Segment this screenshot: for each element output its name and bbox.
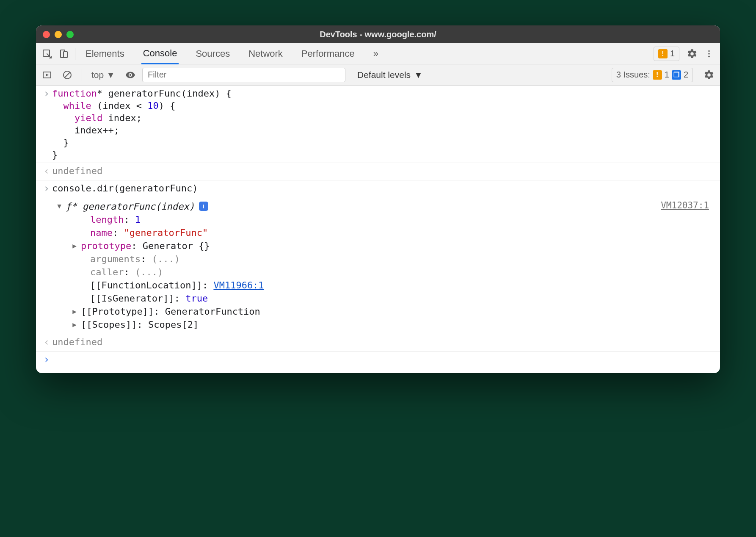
- object-property[interactable]: arguments: (...): [55, 252, 715, 266]
- tab-performance[interactable]: Performance: [300, 43, 356, 64]
- prompt-chevron-icon: [41, 353, 52, 367]
- settings-gear-icon[interactable]: [684, 45, 701, 62]
- chevron-down-icon: ▼: [106, 70, 115, 80]
- device-toolbar-icon[interactable]: [55, 45, 72, 62]
- code-input: function* generatorFunc(index) { while (…: [52, 87, 715, 161]
- live-expression-icon[interactable]: [122, 66, 139, 83]
- kebab-menu-icon[interactable]: [701, 45, 717, 62]
- object-property[interactable]: [[FunctionLocation]]: VM11966:1: [55, 279, 715, 292]
- devtools-window: DevTools - www.google.com/ Elements Cons…: [36, 25, 720, 373]
- console-input-entry[interactable]: console.dir(generatorFunc): [36, 180, 720, 197]
- tab-console[interactable]: Console: [141, 43, 179, 64]
- window-controls: [43, 31, 74, 38]
- issues-info-count: 2: [684, 70, 688, 80]
- code-input: console.dir(generatorFunc): [52, 182, 715, 196]
- object-property[interactable]: [[Prototype]]: GeneratorFunction: [55, 305, 715, 318]
- console-prompt[interactable]: [36, 351, 720, 374]
- object-property[interactable]: prototype: Generator {}: [55, 239, 715, 252]
- panel-tabs: Elements Console Sources Network Perform…: [84, 43, 380, 64]
- function-signature: generatorFunc(index): [83, 201, 195, 212]
- warnings-count: 1: [670, 49, 675, 58]
- return-value: undefined: [52, 165, 715, 178]
- output-chevron-icon: [41, 165, 52, 178]
- disclosure-triangle-icon[interactable]: [55, 202, 63, 210]
- object-header[interactable]: ƒ* generatorFunc(index) i: [55, 200, 208, 213]
- object-property[interactable]: name: "generatorFunc": [55, 226, 715, 239]
- more-tabs-icon[interactable]: »: [372, 43, 380, 64]
- console-dir-result[interactable]: ƒ* generatorFunc(index) i VM12037:1 leng…: [36, 197, 720, 334]
- log-level-label: Default levels: [357, 70, 411, 80]
- return-value: undefined: [52, 336, 715, 349]
- tab-elements[interactable]: Elements: [84, 43, 126, 64]
- divider: [82, 69, 82, 81]
- panel-tabs-row: Elements Console Sources Network Perform…: [36, 43, 720, 64]
- source-link[interactable]: VM12037:1: [661, 200, 715, 212]
- context-label: top: [91, 70, 104, 80]
- input-chevron-icon: [41, 87, 52, 161]
- tab-sources[interactable]: Sources: [194, 43, 232, 64]
- vm-source-link[interactable]: VM11966:1: [213, 280, 264, 291]
- svg-point-4: [708, 53, 710, 55]
- console-settings-gear-icon[interactable]: [701, 66, 717, 83]
- prompt-input[interactable]: [52, 353, 715, 367]
- disclosure-triangle-icon[interactable]: [71, 307, 78, 316]
- zoom-window-button[interactable]: [66, 31, 74, 38]
- svg-point-5: [708, 55, 710, 57]
- warning-icon: !: [653, 70, 662, 80]
- inspect-element-icon[interactable]: [39, 45, 55, 62]
- info-badge-icon[interactable]: i: [199, 202, 208, 211]
- svg-rect-2: [63, 52, 67, 58]
- console-return-entry: undefined: [36, 334, 720, 351]
- minimize-window-button[interactable]: [55, 31, 62, 38]
- console-output: function* generatorFunc(index) { while (…: [36, 86, 720, 373]
- object-property[interactable]: caller: (...): [55, 266, 715, 279]
- object-property[interactable]: length: 1: [55, 213, 715, 226]
- svg-line-8: [65, 72, 70, 78]
- close-window-button[interactable]: [43, 31, 50, 38]
- output-chevron-icon: [41, 336, 52, 349]
- issues-badge[interactable]: 3 Issues: ! 1 ❐ 2: [612, 68, 693, 82]
- tab-network[interactable]: Network: [247, 43, 284, 64]
- object-property[interactable]: [[IsGenerator]]: true: [55, 292, 715, 305]
- divider: [75, 48, 75, 60]
- info-icon: ❐: [672, 70, 681, 80]
- disclosure-triangle-icon[interactable]: [71, 320, 78, 329]
- console-return-entry: undefined: [36, 163, 720, 180]
- issues-label: 3 Issues:: [616, 70, 650, 80]
- input-chevron-icon: [41, 182, 52, 196]
- clear-console-icon[interactable]: [59, 66, 76, 83]
- issues-warn-count: 1: [665, 70, 669, 80]
- console-input-entry[interactable]: function* generatorFunc(index) { while (…: [36, 86, 720, 163]
- window-title: DevTools - www.google.com/: [36, 30, 720, 39]
- toggle-sidebar-icon[interactable]: [39, 66, 55, 83]
- svg-point-3: [708, 50, 710, 52]
- filter-input[interactable]: [142, 68, 345, 82]
- function-prefix: ƒ*: [66, 201, 77, 212]
- console-toolbar: top ▼ Default levels ▼ 3 Issues: ! 1 ❐ 2: [36, 64, 720, 86]
- disclosure-triangle-icon[interactable]: [71, 241, 78, 250]
- execution-context-selector[interactable]: top ▼: [88, 70, 119, 80]
- warning-icon: !: [658, 49, 668, 58]
- titlebar: DevTools - www.google.com/: [36, 25, 720, 43]
- object-property[interactable]: [[Scopes]]: Scopes[2]: [55, 318, 715, 331]
- log-level-selector[interactable]: Default levels ▼: [357, 70, 423, 80]
- warnings-badge[interactable]: ! 1: [654, 47, 679, 61]
- chevron-down-icon: ▼: [414, 70, 423, 80]
